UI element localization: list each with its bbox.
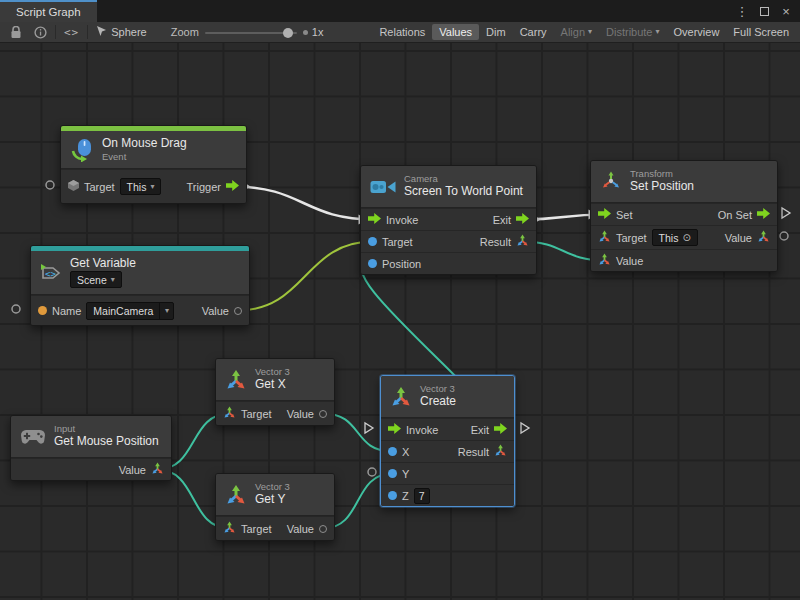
value-in-vector-port[interactable]: [598, 253, 611, 268]
target-vector-port[interactable]: [223, 406, 236, 421]
node-title: Get X: [255, 378, 290, 392]
maximize-icon[interactable]: [756, 4, 772, 19]
name-port[interactable]: [38, 306, 47, 315]
carry-button[interactable]: Carry: [513, 24, 554, 40]
chevron-down-icon: ▾: [150, 183, 154, 191]
info-icon[interactable]: [28, 22, 53, 43]
relations-button[interactable]: Relations: [372, 24, 432, 40]
set-port-label: Set: [616, 209, 633, 221]
node-set-position[interactable]: Transform Set Position Set On Set Target…: [590, 160, 778, 272]
window-menu-icon[interactable]: ⋮: [734, 4, 750, 19]
zoom-slider-handle[interactable]: [283, 28, 293, 38]
value-in-port-label: Value: [616, 255, 643, 267]
gamepad-icon: [20, 428, 46, 446]
pointer-icon: [96, 25, 107, 39]
variable-name-dropdown[interactable]: MainCamera ▾: [86, 302, 174, 320]
exit-flow-port[interactable]: [516, 213, 529, 226]
graph-owner-label: Sphere: [111, 26, 146, 38]
trigger-flow-port[interactable]: [226, 180, 239, 193]
node-subtitle: Event: [102, 152, 187, 162]
target-port-label: Target: [616, 232, 647, 244]
full-screen-button[interactable]: Full Screen: [726, 24, 796, 40]
overview-button[interactable]: Overview: [667, 24, 727, 40]
invoke-flow-port[interactable]: [368, 213, 381, 226]
result-vector-port[interactable]: [494, 444, 507, 459]
value-out-vector-port[interactable]: [757, 230, 770, 245]
target-this-picker[interactable]: This⊙: [652, 229, 698, 246]
vector3-icon: [225, 484, 247, 506]
x-port-label: X: [402, 446, 409, 458]
value-vector-port[interactable]: [151, 462, 164, 477]
node-vector3-create[interactable]: Vector 3 Create Invoke Exit X Result: [380, 375, 515, 507]
zoom-label: Zoom: [171, 26, 199, 38]
y-port[interactable]: [388, 469, 397, 478]
value-out-port-label: Value: [725, 232, 752, 244]
distribute-button[interactable]: Distribute▾: [599, 24, 666, 40]
node-screen-to-world-point[interactable]: Camera Screen To World Point Invoke Exit…: [360, 165, 537, 275]
node-category: Transform: [630, 169, 694, 179]
z-value-field[interactable]: 7: [414, 488, 430, 504]
dim-button[interactable]: Dim: [479, 24, 513, 40]
set-flow-port[interactable]: [598, 208, 611, 221]
node-get-x[interactable]: Vector 3 Get X Target Value: [215, 358, 335, 426]
result-port-label: Result: [480, 236, 511, 248]
script-graph-window: Script Graph ⋮ × <> Sphere Zoom 1x Relat…: [0, 0, 800, 600]
target-vector-port[interactable]: [223, 521, 236, 536]
invoke-flow-port[interactable]: [388, 423, 401, 436]
node-category: Input: [54, 424, 159, 434]
value-port[interactable]: [319, 410, 327, 418]
node-get-variable[interactable]: <> Get Variable Scene▾ Name MainCamera ▾…: [30, 245, 250, 326]
get-variable-icon: <>: [40, 262, 62, 284]
node-title: Get Y: [255, 493, 290, 507]
node-get-y[interactable]: Vector 3 Get Y Target Value: [215, 473, 335, 541]
node-title: Set Position: [630, 180, 694, 194]
align-button[interactable]: Align▾: [554, 24, 599, 40]
on-set-flow-port[interactable]: [757, 208, 770, 221]
node-title: Screen To World Point: [404, 185, 523, 199]
chevron-down-icon: ▾: [165, 307, 169, 315]
graph-owner-button[interactable]: Sphere: [90, 22, 152, 43]
chevron-down-icon: ▾: [656, 28, 660, 36]
camera-icon: [370, 178, 396, 196]
target-transform-port[interactable]: [598, 230, 611, 245]
exit-port-label: Exit: [493, 214, 511, 226]
value-port[interactable]: [234, 307, 242, 315]
node-get-mouse-position[interactable]: Input Get Mouse Position Value: [10, 415, 172, 481]
node-category: Vector 3: [420, 384, 456, 394]
close-icon[interactable]: ×: [778, 4, 794, 19]
value-port-label: Value: [287, 523, 314, 535]
value-port-label: Value: [202, 305, 229, 317]
node-category: Vector 3: [255, 367, 290, 377]
graph-toolbar: <> Sphere Zoom 1x Relations Values Dim C…: [0, 22, 800, 43]
vector3-icon: [225, 369, 247, 391]
node-title: On Mouse Drag: [102, 137, 187, 151]
z-port[interactable]: [388, 491, 397, 500]
variable-scope-dropdown[interactable]: Scene▾: [70, 271, 122, 288]
result-port-label: Result: [458, 446, 489, 458]
x-port[interactable]: [388, 447, 397, 456]
target-this-dropdown[interactable]: This▾: [120, 178, 162, 195]
value-port-label: Value: [119, 464, 146, 476]
node-title: Get Mouse Position: [54, 435, 159, 449]
zoom-reset-dot[interactable]: [303, 30, 308, 35]
value-port-label: Value: [287, 408, 314, 420]
position-port[interactable]: [368, 259, 377, 268]
target-port[interactable]: [368, 237, 377, 246]
position-port-label: Position: [382, 258, 421, 270]
trigger-port-label: Trigger: [187, 181, 221, 193]
tab-script-graph[interactable]: Script Graph: [0, 0, 97, 22]
edit-code-button[interactable]: <>: [58, 22, 85, 43]
value-port[interactable]: [319, 525, 327, 533]
object-picker-icon[interactable]: ⊙: [682, 233, 690, 243]
result-vector-port[interactable]: [516, 234, 529, 249]
values-button[interactable]: Values: [432, 24, 479, 40]
lock-icon[interactable]: [4, 22, 28, 43]
name-port-label: Name: [52, 305, 81, 317]
zoom-slider[interactable]: [205, 22, 297, 43]
title-bar: Script Graph ⋮ ×: [0, 0, 800, 22]
node-on-mouse-drag[interactable]: On Mouse Drag Event Target This▾ Trigger: [60, 125, 247, 204]
exit-flow-port[interactable]: [494, 423, 507, 436]
target-port-label: Target: [382, 236, 413, 248]
target-port-label: Target: [84, 181, 115, 193]
chevron-down-icon: ▾: [588, 28, 592, 36]
